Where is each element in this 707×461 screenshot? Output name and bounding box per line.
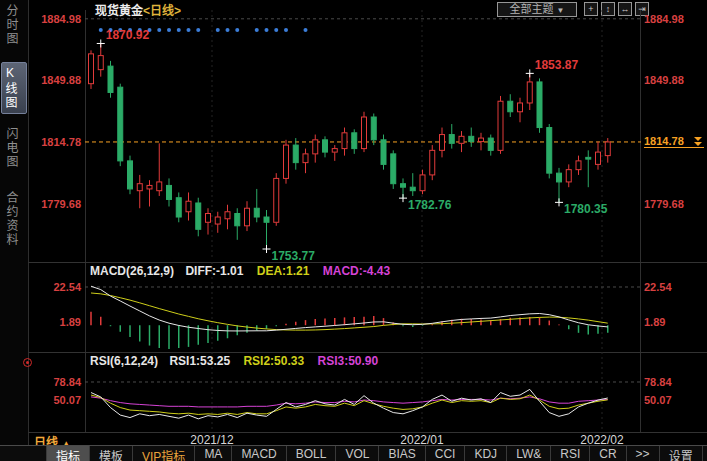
price-tick-right: 1884.98 <box>644 13 696 25</box>
price-tick-left: 1779.68 <box>29 198 81 210</box>
toolbar-item-1[interactable]: 模板 <box>90 446 133 461</box>
rsi3-value: RSI3:50.90 <box>317 354 378 368</box>
rsi1-value: RSI1:53.25 <box>169 354 230 368</box>
price-annotation: 1780.35 <box>564 202 608 216</box>
price-tick-left: 1849.88 <box>29 74 81 86</box>
price-annotation: 1782.76 <box>408 198 452 212</box>
sidebar-item-flash-chart[interactable]: 闪电图 <box>3 127 25 169</box>
rsi-params-label: RSI(6,12,24) <box>90 354 158 368</box>
toolbar-item-0[interactable]: 指标 <box>46 446 90 461</box>
price-tick-left: 1884.98 <box>29 13 81 25</box>
toolbar-item-2[interactable]: VIP指标 <box>133 446 195 461</box>
current-price-value: 1814.78 <box>644 135 684 147</box>
sidebar-item-kline-chart[interactable]: K线图 <box>1 62 27 114</box>
macd-value: MACD:-4.43 <box>323 264 390 278</box>
current-price-tag[interactable]: 1814.78 <box>644 135 704 148</box>
macd-tick-left: 1.89 <box>29 316 81 328</box>
toolbar-item-11[interactable]: RSI <box>551 446 590 461</box>
toolbar-item-12[interactable]: CR <box>590 446 626 461</box>
toolbar-item-7[interactable]: BIAS <box>379 446 425 461</box>
trading-app-window: 分时图 K线图 闪电图 合约资料 现货黄金<日线> 全部主题 ▼ +↕↔⇥ 18… <box>0 0 707 461</box>
rsi-tick-left: 50.07 <box>29 394 81 406</box>
candlestick-chart[interactable]: 1870.921853.871753.771782.761780.35 <box>85 10 641 260</box>
toolbar-item-5[interactable]: BOLL <box>287 446 337 461</box>
macd-label-row: MACD(26,12,9) DIFF:-1.01 DEA:1.21 MACD:-… <box>90 264 390 278</box>
indicator-toolbar: 指标模板VIP指标MAMACDBOLLVOLBIASCCIKDJLW&RSICR… <box>0 445 707 461</box>
price-tick-right: 1779.68 <box>644 198 696 210</box>
toolbar-item-4[interactable]: MACD <box>232 446 286 461</box>
macd-diff-value: DIFF:-1.01 <box>185 264 243 278</box>
toolbar-item-10[interactable]: LW& <box>507 446 551 461</box>
toolbar-item-14[interactable]: 设置 <box>660 446 703 461</box>
rsi-label-row: RSI(6,12,24) RSI1:53.25 RSI2:50.33 RSI3:… <box>90 354 378 368</box>
rsi-tick-right: 50.07 <box>644 394 696 406</box>
price-annotation: 1870.92 <box>106 28 150 42</box>
toolbar-item-13[interactable]: >> <box>627 446 660 461</box>
price-annotation: 1753.77 <box>272 249 316 263</box>
rsi2-value: RSI2:50.33 <box>243 354 304 368</box>
toolbar-item-8[interactable]: CCI <box>426 446 466 461</box>
toolbar-item-6[interactable]: VOL <box>336 446 379 461</box>
toolbar-item-3[interactable]: MA <box>195 446 232 461</box>
indicator-settings-icon[interactable] <box>23 358 32 367</box>
sidebar-item-time-chart[interactable]: 分时图 <box>3 4 25 46</box>
price-annotation: 1853.87 <box>535 58 579 72</box>
sidebar-item-contract-info[interactable]: 合约资料 <box>3 191 25 247</box>
rsi-tick-left: 78.84 <box>29 376 81 388</box>
macd-dea-value: DEA:1.21 <box>257 264 310 278</box>
macd-params-label: MACD(26,12,9) <box>90 264 174 278</box>
price-tick-left: 1814.78 <box>29 136 81 148</box>
toolbar-item-9[interactable]: KDJ <box>465 446 507 461</box>
price-double-arrow-icon <box>694 137 702 146</box>
rsi-tick-right: 78.84 <box>644 376 696 388</box>
macd-tick-left: 22.54 <box>29 281 81 293</box>
macd-tick-right: 1.89 <box>644 316 696 328</box>
sidebar: 分时图 K线图 闪电图 合约资料 <box>0 0 29 446</box>
macd-tick-right: 22.54 <box>644 281 696 293</box>
price-tick-right: 1849.88 <box>644 74 696 86</box>
